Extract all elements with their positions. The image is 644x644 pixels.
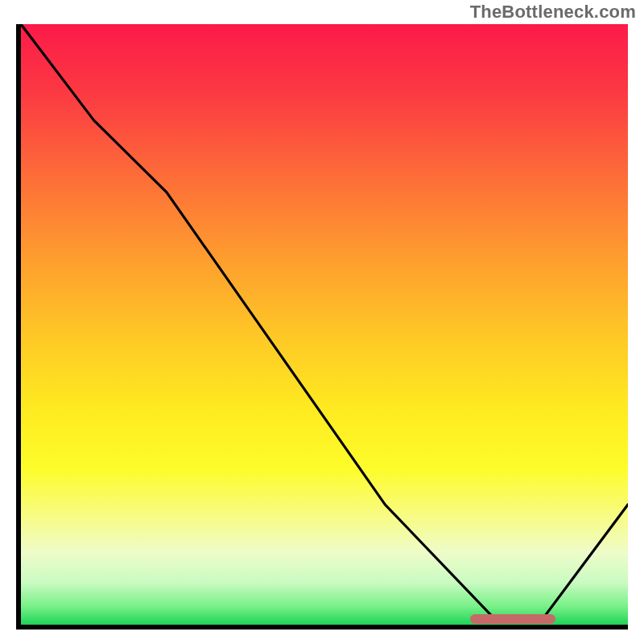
watermark-text: TheBottleneck.com [470,2,636,23]
chart-stage: TheBottleneck.com [0,0,644,644]
axes-frame [16,24,628,630]
